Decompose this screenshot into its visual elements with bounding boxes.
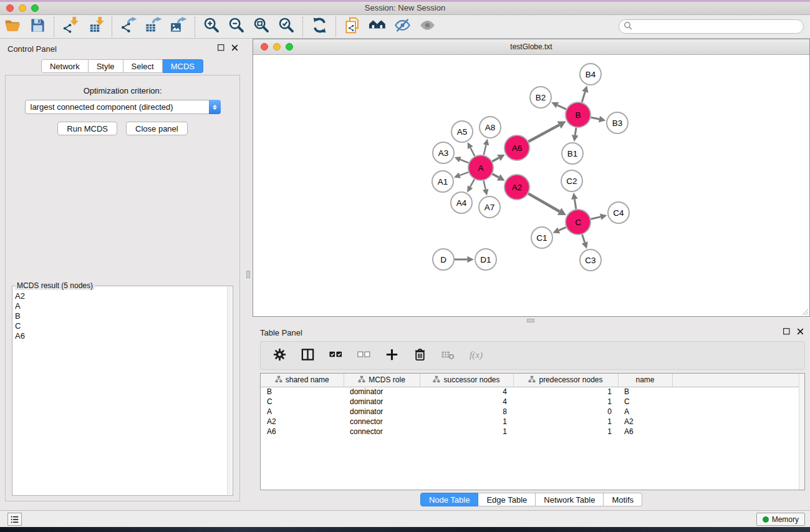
table-cell[interactable]: connector (344, 427, 420, 437)
column-header[interactable]: MCDS role (344, 374, 420, 387)
graph-edge-A-A4[interactable] (467, 179, 475, 192)
graph-edge-A-A1[interactable] (454, 172, 468, 178)
search-box[interactable] (619, 19, 804, 34)
mcds-result-item[interactable]: A (15, 301, 226, 311)
close-panel-icon[interactable] (796, 327, 805, 336)
graph-node-B3[interactable]: B3 (607, 112, 628, 133)
table-cell[interactable]: 1 (513, 417, 618, 427)
graph-node-D[interactable]: D (433, 249, 454, 270)
save-session-button[interactable] (25, 16, 50, 37)
graph-node-A8[interactable]: A8 (480, 117, 501, 138)
table-settings-button[interactable] (270, 346, 289, 365)
table-row[interactable]: Cdominator41C (261, 397, 804, 407)
graph-node-C3[interactable]: C3 (580, 249, 601, 271)
tab-select[interactable]: Select (123, 59, 163, 73)
clone-network-button[interactable] (340, 16, 365, 37)
zoom-fit-button[interactable] (249, 16, 274, 37)
table-cell[interactable]: A2 (261, 417, 344, 427)
graph-edge-B-B2[interactable] (551, 102, 566, 109)
close-panel-icon[interactable] (231, 44, 239, 52)
graph-node-A5[interactable]: A5 (451, 121, 473, 142)
table-cell[interactable]: dominator (344, 387, 420, 397)
column-header[interactable]: predecessor nodes (513, 374, 618, 387)
tab-network[interactable]: Network (41, 59, 89, 73)
close-panel-button[interactable]: Close panel (126, 122, 188, 135)
mcds-result-item[interactable]: A6 (15, 331, 226, 341)
graph-node-C[interactable]: C (566, 210, 591, 235)
table-row[interactable]: A2connector11A2 (261, 417, 804, 427)
tab-motifs[interactable]: Motifs (604, 493, 642, 506)
select-all-button[interactable] (326, 346, 345, 365)
graph-edge-A2-C[interactable] (528, 193, 566, 215)
mcds-result-item[interactable]: A2 (15, 291, 226, 301)
table-cell[interactable]: C (618, 397, 672, 407)
table-cell[interactable]: A (261, 407, 344, 417)
zoom-in-button[interactable] (199, 16, 224, 37)
graph-node-A6[interactable]: A6 (504, 135, 529, 160)
graph-edge-C-C1[interactable] (552, 227, 566, 233)
table-row[interactable]: Bdominator41B (261, 387, 804, 397)
graph-edge-C-C2[interactable] (571, 193, 577, 209)
float-panel-icon[interactable] (783, 327, 791, 336)
network-canvas[interactable]: B4B2BB3A5A8A6A3B1AA1C2A2A4A7C4CC1DD1C3 (253, 55, 809, 316)
graph-node-C2[interactable]: C2 (561, 170, 582, 191)
graph-edge-A-A6[interactable] (492, 155, 504, 162)
splitter-grip[interactable] (527, 319, 534, 322)
table-cell[interactable]: 1 (420, 417, 513, 427)
graph-node-A[interactable]: A (468, 155, 493, 180)
graph-node-B1[interactable]: B1 (562, 143, 583, 164)
graph-edge-D-D1[interactable] (455, 256, 474, 263)
table-cell[interactable]: 4 (420, 397, 513, 407)
memory-button[interactable]: Memory (756, 513, 805, 526)
vertical-splitter[interactable] (244, 39, 253, 510)
column-header[interactable]: name (618, 374, 672, 387)
run-mcds-button[interactable]: Run MCDS (57, 122, 117, 135)
column-layout-button[interactable] (298, 346, 317, 365)
graph-node-A1[interactable]: A1 (432, 171, 453, 192)
graph-node-A2[interactable]: A2 (504, 175, 529, 200)
float-panel-icon[interactable] (217, 44, 226, 52)
table-row[interactable]: A6connector11A6 (261, 427, 804, 437)
graph-edge-C-C4[interactable] (591, 213, 607, 220)
export-table-button[interactable] (141, 16, 166, 37)
table-cell[interactable]: A (618, 407, 672, 417)
search-input[interactable] (635, 21, 803, 32)
table-row[interactable]: Adominator80A (261, 407, 804, 417)
export-image-button[interactable] (166, 16, 191, 37)
graph-node-C4[interactable]: C4 (608, 202, 629, 223)
table-cell[interactable]: 1 (420, 427, 513, 437)
graph-node-A7[interactable]: A7 (479, 196, 500, 218)
splitter-grip[interactable] (246, 271, 250, 278)
graph-node-D1[interactable]: D1 (475, 249, 496, 270)
graph-edge-B-B3[interactable] (591, 116, 606, 122)
graph-edge-A-A2[interactable] (493, 174, 505, 181)
graph-node-C1[interactable]: C1 (531, 227, 552, 248)
mcds-result-list[interactable]: A2ABCA6 (15, 291, 226, 494)
table-cell[interactable]: dominator (344, 397, 420, 407)
graph-edge-B-B1[interactable] (572, 128, 578, 142)
table-cell[interactable]: dominator (344, 407, 420, 417)
mcds-result-item[interactable]: B (15, 311, 226, 321)
refresh-button[interactable] (307, 16, 332, 37)
graph-node-B[interactable]: B (566, 102, 591, 127)
table-cell[interactable]: 1 (513, 427, 618, 437)
graph-edge-A-A7[interactable] (483, 180, 488, 195)
table-cell[interactable]: 0 (513, 407, 618, 417)
table-cell[interactable]: A6 (261, 427, 344, 437)
table-cell[interactable]: 4 (420, 387, 513, 397)
column-header[interactable]: successor nodes (420, 374, 513, 387)
table-cell[interactable]: B (618, 387, 672, 397)
criterion-dropdown[interactable]: largest connected component (directed) (25, 100, 221, 114)
graph-node-A4[interactable]: A4 (451, 192, 472, 213)
tab-mcds[interactable]: MCDS (163, 59, 203, 73)
horizontal-splitter[interactable] (253, 317, 810, 324)
tab-style[interactable]: Style (89, 59, 123, 73)
table-cell[interactable]: C (261, 397, 344, 407)
delete-column-button[interactable] (410, 346, 429, 365)
tab-edge-table[interactable]: Edge Table (478, 493, 536, 506)
graph-node-B4[interactable]: B4 (580, 64, 601, 85)
table-cell[interactable]: A6 (618, 427, 672, 437)
deselect-all-button[interactable] (354, 346, 373, 365)
mcds-result-item[interactable]: C (15, 321, 226, 331)
table-cell[interactable]: 1 (513, 387, 618, 397)
